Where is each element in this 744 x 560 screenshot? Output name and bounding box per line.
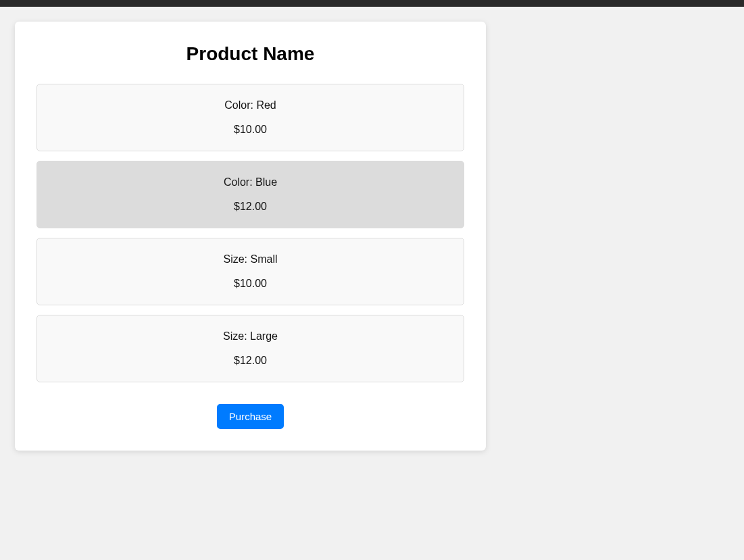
option-label: Color: Red (48, 99, 453, 111)
option-label: Size: Large (48, 330, 453, 342)
product-title: Product Name (36, 43, 464, 65)
purchase-button[interactable]: Purchase (217, 404, 284, 429)
product-card: Product Name Color: Red $10.00 Color: Bl… (15, 22, 486, 451)
option-card-color-red[interactable]: Color: Red $10.00 (36, 84, 464, 151)
option-price: $10.00 (48, 278, 453, 290)
option-card-size-large[interactable]: Size: Large $12.00 (36, 315, 464, 382)
option-price: $10.00 (48, 124, 453, 136)
option-card-color-blue[interactable]: Color: Blue $12.00 (36, 161, 464, 228)
option-card-size-small[interactable]: Size: Small $10.00 (36, 238, 464, 305)
option-list: Color: Red $10.00 Color: Blue $12.00 Siz… (36, 84, 464, 382)
option-price: $12.00 (48, 355, 453, 367)
option-label: Size: Small (48, 253, 453, 265)
browser-top-bar (0, 0, 744, 7)
option-label: Color: Blue (48, 176, 453, 188)
option-price: $12.00 (48, 201, 453, 213)
